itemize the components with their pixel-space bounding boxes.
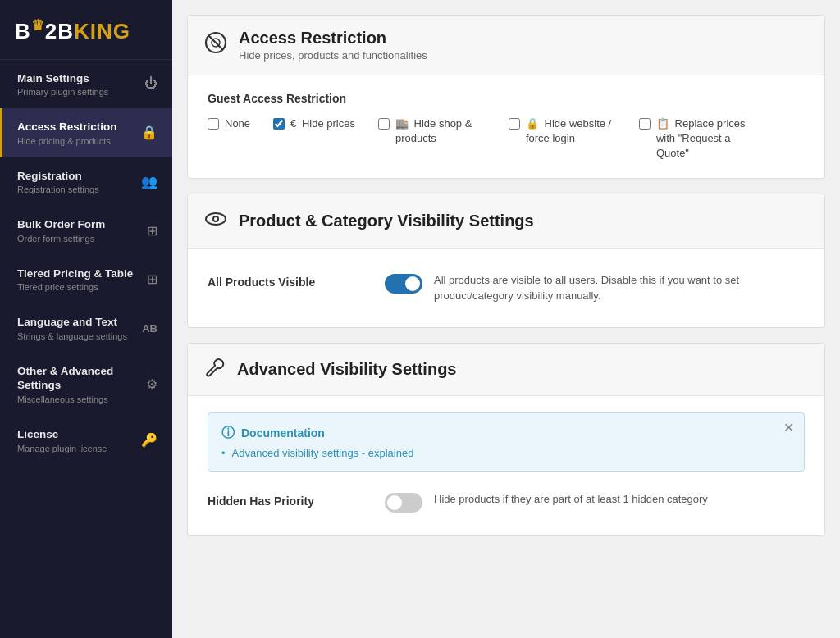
sidebar-item-subtitle-lang: Strings & language settings — [17, 331, 135, 341]
sidebar-item-subtitle-license: Manage plugin license — [17, 444, 135, 453]
sidebar-item-title-lang: Language and Text — [17, 315, 135, 330]
product-visibility-card: Product & Category Visibility Settings A… — [187, 194, 825, 328]
key-icon: 🔑 — [141, 432, 158, 448]
sidebar-item-license[interactable]: License Manage plugin license 🔑 — [0, 416, 172, 465]
users-icon: 👥 — [141, 174, 158, 189]
power-icon: ⏻ — [144, 76, 158, 91]
question-circle-icon: ⓘ — [221, 425, 235, 442]
option-hide-prices-label: € Hide prices — [290, 116, 355, 131]
checkbox-hide-shop[interactable] — [378, 118, 390, 130]
access-restriction-card: Access Restriction Hide prices, products… — [187, 15, 825, 179]
restriction-options: None € Hide prices 🏬 Hide shop & product… — [208, 116, 805, 162]
sidebar-item-title-reg: Registration — [17, 169, 135, 184]
gear-icon: ⚙ — [146, 376, 158, 392]
option-hide-shop[interactable]: 🏬 Hide shop & products — [378, 116, 486, 146]
all-products-visible-label: All Products Visible — [208, 272, 372, 289]
sidebar-item-title-main: Main Settings — [17, 71, 138, 86]
sidebar-item-title-bulk: Bulk Order Form — [17, 217, 140, 232]
option-replace-prices[interactable]: 📋 Replace prices with "Request a Quote" — [639, 116, 746, 162]
sidebar: B♛2BKING Main Settings Primary plugin se… — [0, 0, 172, 638]
sidebar-item-title-other: Other & Advanced Settings — [17, 364, 139, 393]
advanced-visibility-link[interactable]: Advanced visibility settings - explained — [221, 447, 791, 459]
advanced-visibility-header: Advanced Visibility Settings — [188, 344, 824, 396]
force-login-icon: 🔒 — [526, 117, 539, 130]
sidebar-item-title-access: Access Restriction — [17, 120, 135, 134]
sidebar-item-title-tiered: Tiered Pricing & Table — [17, 267, 140, 281]
main-content: Access Restriction Hide prices, products… — [172, 0, 840, 638]
all-products-visible-row: All Products Visible All products are vi… — [208, 266, 805, 311]
hidden-priority-toggle[interactable] — [385, 493, 422, 513]
checkbox-hide-prices[interactable] — [273, 118, 285, 130]
svg-point-5 — [214, 217, 217, 221]
product-visibility-body: All Products Visible All products are vi… — [188, 249, 824, 327]
checkbox-replace-prices[interactable] — [639, 118, 651, 130]
logo-king: KING — [74, 19, 130, 43]
doc-box-header: ⓘ Documentation — [221, 425, 791, 442]
logo: B♛2BKING — [15, 16, 158, 44]
checkbox-hide-website[interactable] — [509, 118, 520, 130]
wrench-icon — [204, 357, 226, 382]
advanced-visibility-body: ⓘ Documentation Advanced visibility sett… — [188, 396, 824, 535]
option-hide-prices[interactable]: € Hide prices — [273, 116, 355, 131]
checkbox-none[interactable] — [208, 118, 219, 130]
product-visibility-header: Product & Category Visibility Settings — [188, 194, 824, 249]
sidebar-item-subtitle-reg: Registration settings — [17, 185, 135, 194]
option-replace-prices-label: 📋 Replace prices with "Request a Quote" — [656, 116, 746, 162]
option-none-label: None — [225, 116, 250, 131]
sidebar-item-other-advanced[interactable]: Other & Advanced Settings Miscellaneous … — [0, 353, 172, 416]
sidebar-item-bulk-order[interactable]: Bulk Order Form Order form settings ⊞ — [0, 206, 172, 255]
sidebar-logo: B♛2BKING — [0, 0, 172, 60]
sidebar-item-main-settings[interactable]: Main Settings Primary plugin settings ⏻ — [0, 60, 172, 109]
option-hide-website-label: 🔒 Hide website / force login — [526, 116, 616, 146]
access-restriction-header: Access Restriction Hide prices, products… — [188, 16, 824, 75]
sidebar-item-subtitle-tiered: Tiered price settings — [17, 282, 140, 292]
sidebar-item-tiered-pricing[interactable]: Tiered Pricing & Table Tiered price sett… — [0, 255, 172, 304]
sidebar-item-subtitle-main: Primary plugin settings — [17, 87, 138, 97]
svg-line-1 — [208, 35, 223, 50]
sidebar-item-subtitle-other: Miscellaneous settings — [17, 394, 139, 404]
sidebar-item-title-license: License — [17, 427, 135, 442]
language-icon: AB — [142, 322, 158, 335]
all-products-toggle[interactable] — [385, 274, 422, 294]
lock-icon: 🔒 — [141, 125, 158, 140]
option-hide-shop-label: 🏬 Hide shop & products — [395, 116, 486, 146]
doc-close-button[interactable]: ✕ — [783, 422, 794, 435]
access-restriction-title: Access Restriction — [239, 29, 427, 48]
logo-b2b2: 2B — [45, 19, 74, 43]
documentation-box: ⓘ Documentation Advanced visibility sett… — [208, 412, 805, 472]
logo-crown: ♛ — [31, 17, 45, 34]
sidebar-item-subtitle-bulk: Order form settings — [17, 234, 140, 244]
no-symbol-icon — [204, 31, 227, 59]
toggle-slider-all-products — [385, 274, 422, 294]
advanced-visibility-card: Advanced Visibility Settings ⓘ Documenta… — [187, 343, 825, 536]
hidden-priority-label: Hidden Has Priority — [208, 491, 372, 508]
eye-icon — [204, 207, 227, 235]
access-restriction-body: Guest Access Restriction None € Hide pri… — [188, 75, 824, 178]
quote-icon: 📋 — [656, 117, 669, 130]
sidebar-item-access-restriction[interactable]: Access Restriction Hide pricing & produc… — [0, 108, 172, 157]
product-visibility-title: Product & Category Visibility Settings — [239, 212, 534, 230]
sidebar-item-registration[interactable]: Registration Registration settings 👥 — [0, 157, 172, 207]
option-hide-website[interactable]: 🔒 Hide website / force login — [509, 116, 616, 146]
all-products-desc: All products are visible to all users. D… — [434, 272, 805, 304]
advanced-visibility-title: Advanced Visibility Settings — [237, 360, 456, 379]
shop-icon: 🏬 — [395, 117, 409, 130]
option-none[interactable]: None — [208, 116, 250, 131]
sidebar-item-subtitle-access: Hide pricing & products — [17, 136, 135, 146]
grid-icon: ⊞ — [147, 223, 158, 239]
table-icon: ⊞ — [147, 271, 158, 287]
euro-icon: € — [290, 117, 296, 130]
access-restriction-subtitle: Hide prices, products and functionalitie… — [239, 49, 427, 62]
guest-access-label: Guest Access Restriction — [208, 92, 805, 105]
toggle-slider-hidden-priority — [385, 493, 422, 513]
sidebar-item-language[interactable]: Language and Text Strings & language set… — [0, 303, 172, 353]
hidden-priority-desc: Hide products if they are part of at lea… — [434, 491, 708, 508]
logo-b2b: B — [15, 19, 31, 43]
hidden-has-priority-row: Hidden Has Priority Hide products if the… — [208, 485, 805, 519]
doc-label: Documentation — [241, 426, 325, 440]
